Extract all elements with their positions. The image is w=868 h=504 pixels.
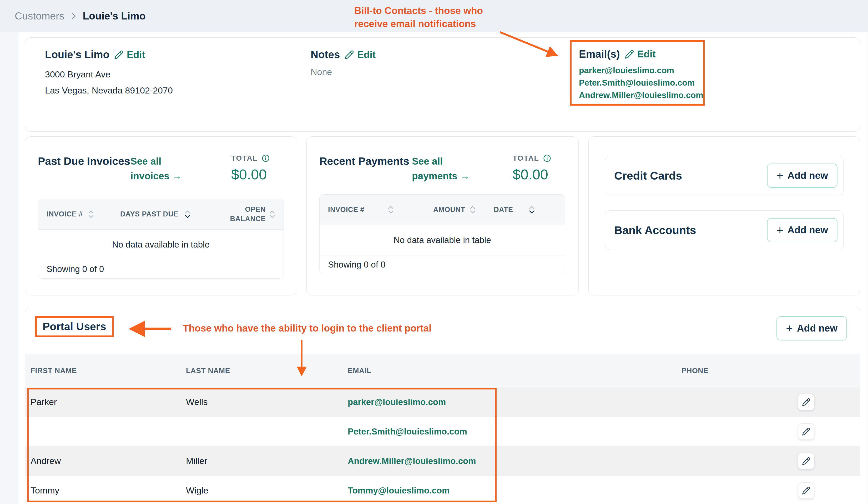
company-name: Louie's Limo [45, 49, 110, 61]
email-list: parker@louieslimo.com Peter.Smith@louies… [579, 64, 696, 101]
sort-open-balance[interactable]: OPEN BALANCE [224, 205, 275, 223]
email-link[interactable]: parker@louieslimo.com [348, 397, 446, 407]
sort-amount[interactable]: AMOUNT [433, 206, 486, 214]
past-due-total: TOTAL $0.00 [231, 154, 284, 182]
table-footer: Showing 0 of 0 [320, 255, 565, 274]
pencil-icon [802, 398, 810, 406]
edit-notes-link[interactable]: Edit [344, 49, 375, 60]
table-row: Tommy Wigle Tommy@louieslimo.com [25, 476, 860, 504]
portal-users-card: Portal Users + Add new FIRST NAME LAST N… [25, 307, 860, 504]
breadcrumb-bar: Customers Louie's Limo [0, 0, 868, 32]
sort-days-past-due[interactable]: DAYS PAST DUE [120, 210, 224, 218]
pencil-icon [344, 50, 354, 60]
email-link[interactable]: Andrew.Miller@louieslimo.com [348, 456, 476, 466]
company-info-block: Louie's Limo Edit 3000 Bryant Ave Las Ve… [45, 49, 173, 98]
email-item: Peter.Smith@louieslimo.com [579, 77, 696, 89]
column-email: EMAIL [348, 366, 682, 375]
cell-last-name: Miller [186, 456, 348, 466]
column-first-name: FIRST NAME [25, 366, 186, 375]
bank-accounts-panel: Bank Accounts + Add new [605, 210, 844, 250]
portal-users-title-highlight: Portal Users [35, 316, 114, 337]
email-item: parker@louieslimo.com [579, 64, 696, 77]
edit-company-link[interactable]: Edit [114, 49, 145, 60]
past-due-invoices-card: Past Due Invoices See all invoices → TOT… [25, 137, 297, 295]
cell-last-name: Wigle [186, 485, 348, 496]
arrow-right-icon: → [460, 171, 470, 181]
page-title: Louie's Limo [83, 10, 146, 22]
add-credit-card-button[interactable]: + Add new [767, 163, 837, 188]
sort-icons [185, 210, 190, 218]
chevron-right-icon [69, 12, 78, 21]
plus-icon: + [776, 170, 783, 181]
pencil-icon [802, 457, 810, 465]
add-portal-user-button[interactable]: + Add new [776, 316, 847, 341]
cell-last-name: Wells [186, 397, 348, 407]
cell-first-name: Tommy [25, 485, 186, 496]
past-due-title: Past Due Invoices [38, 154, 131, 169]
payment-methods-card: Credit Cards + Add new Bank Accounts + A… [588, 137, 860, 295]
pencil-icon [802, 427, 810, 436]
column-phone: PHONE [682, 366, 798, 375]
empty-table-message: No data available in table [320, 225, 565, 255]
see-all-invoices-link[interactable]: See all invoices → [131, 154, 200, 183]
sort-icons [88, 210, 94, 218]
edit-row-button[interactable] [798, 482, 814, 499]
pencil-icon [114, 50, 124, 60]
edit-row-button[interactable] [798, 453, 814, 469]
sort-invoice-number[interactable]: INVOICE # [328, 206, 433, 214]
past-due-total-value: $0.00 [231, 166, 284, 182]
arrow-right-icon: → [172, 171, 182, 181]
info-icon[interactable] [543, 154, 551, 162]
cell-first-name: Andrew [25, 456, 186, 466]
plus-icon: + [776, 224, 783, 236]
pencil-icon [625, 50, 634, 59]
left-rail [0, 32, 18, 504]
sort-invoice-number[interactable]: INVOICE # [46, 210, 120, 218]
table-row: Peter.Smith@louieslimo.com [25, 417, 860, 446]
scrollbar-track[interactable] [866, 32, 868, 504]
email-link[interactable]: Peter.Smith@louieslimo.com [348, 426, 467, 436]
email-item: Andrew.Miller@louieslimo.com [579, 89, 696, 101]
add-bank-account-button[interactable]: + Add new [767, 218, 837, 242]
notes-block: Notes Edit None [311, 49, 375, 77]
plus-icon: + [786, 323, 793, 334]
sort-icons [529, 206, 535, 213]
notes-title: Notes [311, 49, 340, 61]
portal-users-title: Portal Users [43, 321, 106, 333]
credit-cards-panel: Credit Cards + Add new [605, 156, 844, 195]
recent-payments-total: TOTAL $0.00 [513, 154, 565, 182]
table-row: Andrew Miller Andrew.Miller@louieslimo.c… [25, 446, 860, 476]
empty-table-message: No data available in table [38, 230, 283, 260]
customer-overview-card: Louie's Limo Edit 3000 Bryant Ave Las Ve… [25, 37, 860, 132]
notes-value: None [311, 67, 375, 77]
table-row: Parker Wells parker@louieslimo.com [25, 387, 860, 417]
pencil-icon [802, 486, 810, 495]
recent-payments-total-value: $0.00 [513, 166, 565, 182]
edit-emails-link[interactable]: Edit [625, 49, 656, 60]
recent-payments-title: Recent Payments [319, 154, 412, 169]
sort-icons [388, 206, 394, 213]
breadcrumb-customers-link[interactable]: Customers [15, 10, 64, 22]
recent-payments-table: INVOICE # AMOUNT DATE [319, 194, 565, 274]
cell-first-name: Parker [25, 397, 186, 407]
emails-title: Email(s) [579, 48, 620, 60]
company-address: 3000 Bryant Ave Las Vegas, Nevada 89102-… [45, 66, 173, 98]
table-footer: Showing 0 of 0 [38, 260, 283, 278]
recent-payments-card: Recent Payments See all payments → TOTAL… [307, 137, 579, 295]
sort-icons [470, 206, 476, 213]
credit-cards-title: Credit Cards [614, 169, 682, 182]
sort-date[interactable]: DATE [494, 206, 535, 214]
edit-row-button[interactable] [798, 423, 814, 440]
bank-accounts-title: Bank Accounts [614, 224, 696, 237]
emails-block: Email(s) Edit parker@louieslimo.com Pete… [570, 40, 705, 105]
email-link[interactable]: Tommy@louieslimo.com [348, 486, 450, 495]
portal-users-table-header: FIRST NAME LAST NAME EMAIL PHONE [25, 354, 860, 387]
see-all-payments-link[interactable]: See all payments → [412, 154, 482, 183]
past-due-table: INVOICE # DAYS PAST DUE OPEN BALANCE [38, 199, 284, 279]
customer-detail-page: Customers Louie's Limo Louie's Limo Edit… [0, 0, 868, 504]
info-icon[interactable] [261, 154, 270, 162]
sort-icons [269, 210, 275, 218]
edit-row-button[interactable] [798, 394, 814, 410]
column-last-name: LAST NAME [186, 366, 348, 375]
